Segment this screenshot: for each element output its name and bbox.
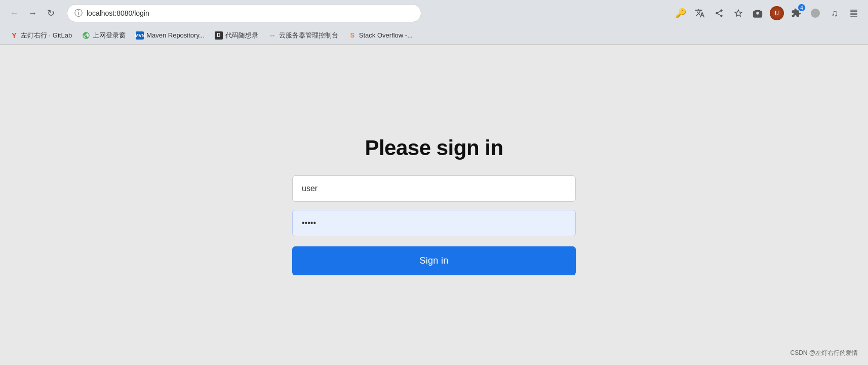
- extensions-button[interactable]: 4: [788, 5, 804, 21]
- forward-button[interactable]: →: [24, 5, 41, 21]
- stackoverflow-icon: S: [348, 31, 357, 40]
- password-group: [292, 210, 576, 236]
- login-container: Please sign in Sign in: [292, 136, 576, 275]
- bookmark-stackoverflow-label: Stack Overflow -...: [359, 31, 413, 39]
- cloud-icon: ↔: [268, 31, 277, 40]
- username-input[interactable]: [292, 175, 576, 202]
- bookmark-star-icon[interactable]: [730, 5, 746, 21]
- bookmark-dailynotes[interactable]: D 代码随想录: [211, 29, 262, 42]
- bookmarks-bar: Y 左灯右行 · GitLab 上网登录窗 MVN Maven Reposito…: [0, 26, 868, 45]
- bookmark-stackoverflow[interactable]: S Stack Overflow -...: [344, 29, 417, 42]
- url-input[interactable]: [87, 9, 414, 17]
- page-content: Please sign in Sign in CSDN @左灯右行的爱情: [0, 45, 868, 365]
- browser-chrome: ← → ↻ ⓘ 🔑 U: [0, 0, 868, 45]
- footer-text: CSDN @左灯右行的爱情: [790, 349, 858, 357]
- unknown-icon-1[interactable]: [807, 5, 823, 21]
- bookmark-gitlab[interactable]: Y 左灯右行 · GitLab: [6, 29, 76, 42]
- bookmark-cloud-label: 云服务器管理控制台: [279, 31, 338, 40]
- address-bar[interactable]: ⓘ: [67, 4, 421, 22]
- bookmark-cloud[interactable]: ↔ 云服务器管理控制台: [264, 29, 342, 42]
- bookmark-internet-label: 上网登录窗: [93, 31, 126, 40]
- music-icon[interactable]: ♫: [826, 5, 843, 21]
- translate-icon[interactable]: [692, 5, 708, 21]
- username-group: [292, 175, 576, 202]
- extensions-badge: 4: [798, 4, 805, 11]
- bookmark-maven[interactable]: MVN Maven Repository...: [132, 29, 209, 42]
- key-icon[interactable]: 🔑: [673, 5, 689, 21]
- web-icon: [82, 31, 90, 40]
- nav-bar: ← → ↻ ⓘ 🔑 U: [0, 0, 868, 26]
- bookmark-internet[interactable]: 上网登录窗: [78, 29, 130, 42]
- nav-buttons: ← → ↻: [6, 5, 59, 21]
- window-icon[interactable]: [846, 5, 862, 21]
- bookmark-gitlab-label: 左灯右行 · GitLab: [21, 31, 72, 40]
- password-input[interactable]: [292, 210, 576, 236]
- refresh-button[interactable]: ↻: [43, 5, 59, 21]
- bookmark-maven-label: Maven Repository...: [146, 31, 205, 39]
- toolbar-icons: 🔑 U 4 ♫: [673, 5, 862, 21]
- screenshot-icon[interactable]: [749, 5, 766, 21]
- info-icon: ⓘ: [74, 8, 83, 19]
- signin-button[interactable]: Sign in: [292, 246, 576, 275]
- gitlab-icon: Y: [10, 31, 18, 40]
- back-button[interactable]: ←: [6, 5, 22, 21]
- maven-icon: MVN: [136, 31, 144, 40]
- bookmark-dailynotes-label: 代码随想录: [225, 31, 258, 40]
- share-icon[interactable]: [711, 5, 727, 21]
- profile-avatar[interactable]: U: [769, 5, 785, 21]
- dailynotes-icon: D: [215, 31, 223, 40]
- page-title: Please sign in: [365, 136, 503, 160]
